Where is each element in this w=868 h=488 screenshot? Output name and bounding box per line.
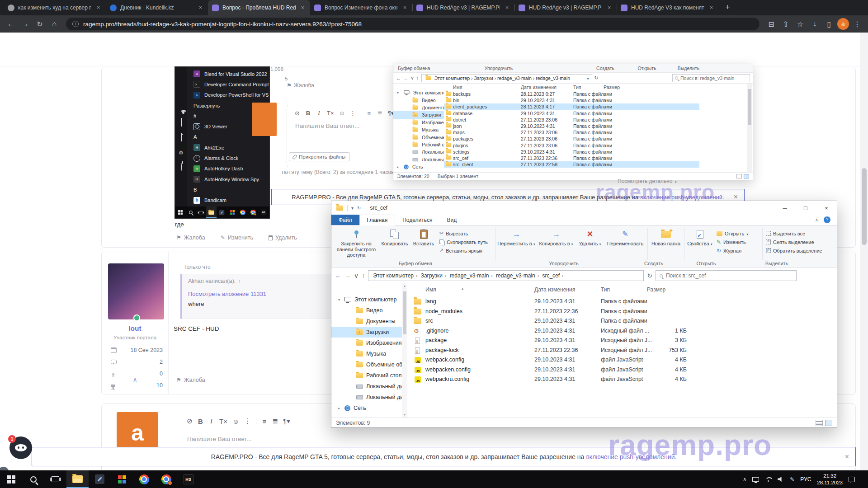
details-view-icon[interactable] [736, 174, 742, 178]
large-icons-view-icon[interactable] [825, 420, 832, 426]
sidebar-item[interactable]: Видео [393, 96, 444, 103]
taskbar-button[interactable] [22, 470, 44, 488]
back-icon[interactable]: ← [396, 75, 401, 81]
editor-placeholder[interactable]: Напишите Ваш ответ... [295, 122, 359, 129]
cut-button[interactable]: Вырезать [437, 229, 494, 238]
taskbar-button[interactable] [111, 470, 133, 488]
editor-toolbar-icon[interactable]: ☺ [339, 110, 345, 117]
search-box[interactable] [672, 74, 750, 82]
sidebar-item[interactable]: ▾ Этот компьютер [331, 294, 402, 305]
column-header[interactable]: Тип [601, 286, 610, 293]
sidebar-item[interactable]: Рабочий стол [393, 141, 444, 148]
pin-quick-access-button[interactable]: Закрепить на панели быстрого доступа [333, 227, 379, 261]
editor-toolbar-icon[interactable] [361, 110, 361, 116]
home-icon[interactable]: ⌂ [48, 18, 61, 30]
quick-access-refresh-icon[interactable]: ↻ [357, 206, 361, 211]
edit-button[interactable]: Изменить [714, 238, 761, 246]
tab-file[interactable]: Файл [331, 215, 359, 225]
file-row[interactable]: bin 29.10.2023 4:31 Папка с файлами [444, 97, 699, 103]
bookmark-star-icon[interactable]: ☆ [794, 18, 807, 30]
post-timestamp[interactable]: Только что [184, 264, 211, 270]
sidebar-item[interactable]: Рабочий стол [331, 370, 402, 381]
file-row[interactable]: src 29.10.2023 4:31 Папка с файлами [407, 316, 837, 326]
start-menu-item[interactable]: Developer Command Prompt for VS 2... [187, 79, 269, 89]
breadcrumb-separator[interactable] [561, 272, 565, 279]
invert-selection-button[interactable]: Обратить выделение [764, 246, 831, 255]
reload-icon[interactable]: ↻ [33, 18, 46, 30]
cast-icon[interactable]: ⊟ [765, 18, 778, 30]
editor-toolbar-icon[interactable]: B [198, 418, 203, 425]
browser-menu-icon[interactable]: ⋮ [851, 18, 863, 30]
paste-shortcut-button[interactable]: Вставить ярлык [437, 246, 494, 255]
start-menu-screenshot[interactable]: Blend for Visual Studio 2022 Developer C… [175, 66, 270, 219]
new-folder-button[interactable]: Новая папка [649, 227, 683, 261]
sidebar-item[interactable]: Локальный диск (С [331, 381, 402, 392]
tab-close-icon[interactable]: × [197, 5, 204, 11]
breadcrumb-item[interactable]: Этот компьютер [372, 272, 418, 279]
breadcrumb-item[interactable]: redage_v3-main [495, 272, 540, 279]
side-panel-icon[interactable]: ▯ [823, 18, 835, 30]
tab-close-icon[interactable]: × [504, 5, 510, 11]
file-row[interactable]: node_modules 27.11.2023 22:36 Папка с фа… [407, 307, 837, 317]
column-header[interactable]: Дата изменения [521, 84, 557, 90]
breadcrumb-separator[interactable] [444, 272, 448, 279]
properties-button[interactable]: Свойства [685, 227, 714, 261]
expand-caret-icon[interactable]: ▾ [337, 298, 341, 302]
editor-toolbar-icon[interactable]: B [305, 110, 311, 117]
start-menu-item[interactable]: Ahk2Exe [187, 142, 269, 153]
tab-close-icon[interactable]: × [708, 5, 715, 11]
column-header[interactable]: Размер [604, 84, 620, 90]
title-bar[interactable]: ▾ ↻ src_cef [331, 201, 837, 215]
sidebar-item[interactable]: ▸ Сеть [393, 163, 444, 170]
sidebar-item[interactable]: Локальный диск ... [393, 156, 444, 163]
column-header[interactable]: Тип [573, 84, 581, 90]
delete-button[interactable]: Удалить [576, 227, 604, 261]
up-icon[interactable]: ↑ [416, 75, 419, 81]
share-icon[interactable]: ⇧ [779, 18, 792, 30]
file-row[interactable]: json 29.10.2023 4:31 Папка с файлами [444, 123, 699, 129]
site-info-icon[interactable]: i [72, 21, 79, 27]
breadcrumb-separator[interactable] [415, 272, 419, 279]
report-link[interactable]: Жалоба [176, 377, 205, 383]
sidebar-item[interactable]: Загрузки [393, 111, 444, 118]
post-author-name[interactable]: lout [102, 324, 168, 333]
delete-link[interactable]: Удалить [269, 235, 297, 241]
column-header[interactable]: Имя [453, 84, 462, 90]
close-icon[interactable]: × [845, 453, 849, 461]
editor-toolbar-icon[interactable]: ☺ [232, 418, 239, 425]
sidebar-item[interactable]: Объемные объект [393, 133, 444, 141]
recent-locations-icon[interactable]: ∨ [410, 75, 414, 81]
downloads-icon[interactable]: ↓ [808, 18, 821, 30]
search-input[interactable] [680, 75, 747, 81]
file-row[interactable]: maps 27.11.2023 23:06 Папка с файлами [444, 129, 699, 136]
sidebar-item[interactable]: Документы [393, 104, 444, 111]
editor-toolbar-icon[interactable]: ⋮ [350, 110, 356, 117]
tab-close-icon[interactable]: × [606, 5, 613, 11]
tab-home[interactable]: Главная [359, 215, 396, 225]
browser-tab[interactable]: HUD RedAge v3 | RAGEMP.PRO... × [412, 0, 514, 15]
back-icon[interactable]: ← [335, 272, 341, 279]
breadcrumb-separator[interactable] [537, 272, 540, 279]
breadcrumb-item[interactable]: redage_v3-main [448, 272, 494, 279]
sidebar-item[interactable]: ▾ Этот компьютер [393, 89, 444, 96]
taskbar-button[interactable] [89, 470, 111, 488]
refresh-icon[interactable]: ↻ [647, 272, 652, 279]
select-all-button[interactable]: Выделить все [764, 229, 831, 238]
taskbar-button[interactable] [155, 470, 177, 488]
file-row[interactable]: .gitignore 29.10.2023 4:31 Исходный файл… [407, 326, 837, 336]
editor-toolbar-icon[interactable] [256, 418, 256, 424]
sidebar-item[interactable]: Объемные объект [331, 359, 402, 370]
back-icon[interactable]: ← [5, 18, 17, 30]
editor-placeholder[interactable]: Напишите Ваш ответ... [187, 436, 251, 442]
browser-tab[interactable]: Дневник - Kundelik.kz × [106, 0, 208, 15]
breadcrumb-item[interactable]: src_cef [541, 272, 564, 279]
recent-locations-icon[interactable]: ∨ [354, 272, 359, 279]
sidebar-item[interactable]: ▸ Сеть [331, 403, 402, 413]
refresh-icon[interactable]: ↻ [594, 75, 599, 81]
sidebar-item[interactable]: Музыка [331, 348, 402, 359]
paste-button[interactable]: Вставить [410, 227, 437, 261]
sidebar-item[interactable]: Локальный диск ( [331, 392, 402, 403]
push-enable-link[interactable]: включение push-уведомлений. [586, 453, 676, 460]
file-row[interactable]: package-lock 27.11.2023 22:36 Исходный ф… [407, 346, 837, 356]
sidebar-scrollbar[interactable]: ▴ ▾ [402, 283, 407, 418]
